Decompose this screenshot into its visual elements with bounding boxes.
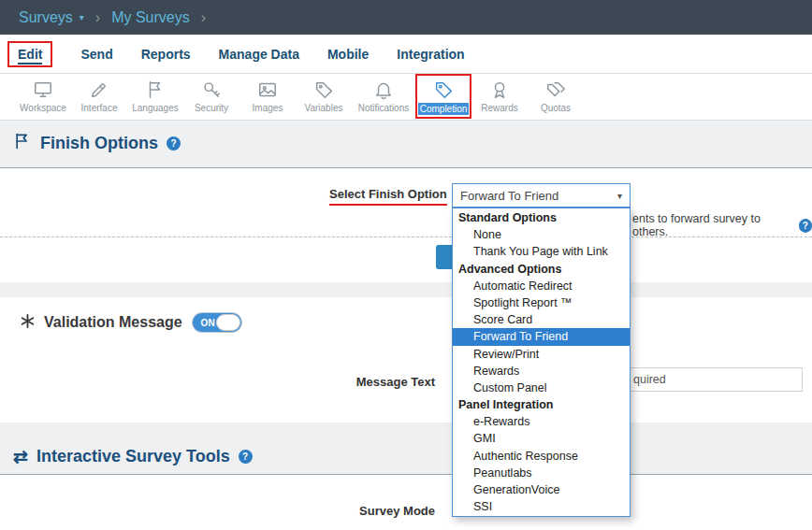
finish-option-dropdown-list: Standard Options None Thank You Page wit… <box>452 208 631 517</box>
validation-message-title: Validation Message <box>44 314 182 331</box>
dropdown-option[interactable]: e-Rewards <box>453 413 630 430</box>
toolbar-item-label: Interface <box>81 103 118 113</box>
dropdown-group-header: Panel Integration <box>453 396 630 413</box>
images-icon <box>257 79 278 101</box>
finish-option-select-value: Forward To Friend <box>460 189 617 203</box>
menu-item-send[interactable]: Send <box>80 47 112 62</box>
toolbar-item-quotas[interactable]: Quotas <box>528 74 584 113</box>
toolbar-item-label: Rewards <box>481 103 517 113</box>
dropdown-option[interactable]: Spotlight Report ™ <box>453 294 630 311</box>
toolbar-item-label: Quotas <box>541 103 571 113</box>
toolbar-item-label: Variables <box>305 103 343 113</box>
variables-icon <box>313 79 334 101</box>
help-icon[interactable]: ? <box>799 219 812 233</box>
menu-item-mobile[interactable]: Mobile <box>327 47 369 62</box>
finish-option-select[interactable]: Forward To Friend ▾ <box>452 183 631 208</box>
toggle-on-label: ON <box>201 318 215 328</box>
dropdown-option[interactable]: Review/Print <box>453 346 630 363</box>
interactive-tools-content <box>0 475 812 530</box>
menu-item-edit[interactable]: Edit <box>7 41 52 67</box>
dashed-divider <box>0 236 812 237</box>
toolbar-item-rewards[interactable]: Rewards <box>471 74 528 113</box>
message-text-value-fragment: quired <box>633 373 666 386</box>
toolbar-item-label: Images <box>253 103 283 113</box>
notifications-icon <box>373 79 394 101</box>
interface-icon <box>89 79 109 101</box>
toolbar: Workspace Interface Languages Security I… <box>0 74 812 121</box>
breadcrumb-my-surveys[interactable]: My Surveys <box>111 9 190 26</box>
dropdown-option[interactable]: Automatic Redirect <box>453 278 630 294</box>
topbar: Surveys ▾ › My Surveys › <box>0 0 812 35</box>
menu-item-reports[interactable]: Reports <box>141 47 191 62</box>
dropdown-option[interactable]: Score Card <box>453 311 630 328</box>
toolbar-item-label: Workspace <box>20 103 66 113</box>
breadcrumb-separator-icon: › <box>95 9 100 26</box>
caret-down-icon: ▾ <box>80 12 84 22</box>
toolbar-item-images[interactable]: Images <box>239 74 296 113</box>
interactive-tools-title: Interactive Survey Tools <box>36 447 230 466</box>
dropdown-option[interactable]: Peanutlabs <box>453 465 630 481</box>
toolbar-item-label: Security <box>195 103 228 113</box>
dropdown-option[interactable]: Custom Panel <box>453 380 630 396</box>
toolbar-item-languages[interactable]: Languages <box>127 74 183 113</box>
app-screen: Surveys ▾ › My Surveys › Edit Send Repor… <box>0 0 812 530</box>
toolbar-item-notifications[interactable]: Notifications <box>352 74 415 113</box>
help-icon[interactable]: ? <box>239 450 253 464</box>
menu-item-integration[interactable]: Integration <box>397 47 464 62</box>
dropdown-option[interactable]: Thank You Page with Link <box>453 243 630 260</box>
breadcrumb-separator-icon: › <box>201 9 206 26</box>
workspace-icon <box>33 79 53 101</box>
interactive-tools-header: ⇄ Interactive Survey Tools ? <box>13 446 253 467</box>
dropdown-option-selected[interactable]: Forward To Friend <box>453 328 630 345</box>
asterisk-icon <box>21 314 35 332</box>
surveys-menu[interactable]: Surveys ▾ <box>19 9 84 26</box>
toggle-knob <box>216 314 240 331</box>
validation-message-header: Validation Message ON <box>21 312 242 333</box>
dropdown-option[interactable]: SSI <box>453 498 630 515</box>
toolbar-item-interface[interactable]: Interface <box>71 74 127 113</box>
completion-icon <box>433 79 454 101</box>
languages-icon <box>145 79 166 101</box>
select-finish-option-label: Select Finish Option <box>329 187 447 201</box>
toolbar-item-label: Completion <box>418 103 470 115</box>
toolbar-item-variables[interactable]: Variables <box>296 74 352 113</box>
toolbar-item-completion[interactable]: Completion <box>415 74 471 119</box>
dropdown-option[interactable]: Rewards <box>453 363 630 380</box>
security-icon <box>201 79 222 101</box>
menubar: Edit Send Reports Manage Data Mobile Int… <box>0 35 812 74</box>
surveys-menu-label: Surveys <box>19 9 73 26</box>
select-caret-icon: ▾ <box>617 191 622 201</box>
dropdown-option[interactable]: GenerationVoice <box>453 481 630 498</box>
survey-mode-label: Survey Mode <box>309 504 435 518</box>
dropdown-group-header: Standard Options <box>453 209 630 226</box>
dropdown-option[interactable]: None <box>453 226 630 243</box>
toolbar-item-label: Notifications <box>358 103 409 113</box>
toolbar-item-security[interactable]: Security <box>183 74 239 113</box>
page-title: Finish Options <box>40 134 158 153</box>
menu-item-edit-label: Edit <box>18 47 42 64</box>
menu-item-manage-data[interactable]: Manage Data <box>219 47 299 62</box>
dropdown-option[interactable]: Authentic Response <box>453 448 630 465</box>
message-text-label: Message Text <box>309 375 435 389</box>
rewards-icon <box>489 79 510 101</box>
finish-options-header: Finish Options ? <box>13 132 181 154</box>
forward-help-text: ents to forward survey to others. ? <box>632 212 812 238</box>
help-icon[interactable]: ? <box>167 136 181 150</box>
flag-icon <box>13 132 32 154</box>
validation-toggle[interactable]: ON <box>192 312 242 333</box>
dropdown-group-header: Advanced Options <box>453 261 630 278</box>
toolbar-item-label: Languages <box>132 103 179 113</box>
dropdown-option[interactable]: GMI <box>453 430 630 447</box>
toolbar-item-workspace[interactable]: Workspace <box>15 74 71 113</box>
swap-arrows-icon: ⇄ <box>13 446 28 467</box>
quotas-icon <box>545 79 566 101</box>
